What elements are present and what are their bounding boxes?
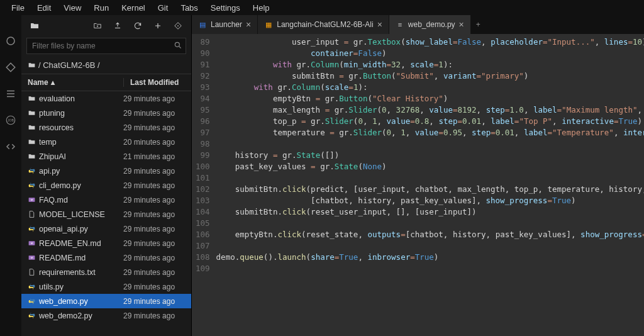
- menu-view[interactable]: View: [57, 2, 87, 14]
- file-name: evaluation: [39, 94, 123, 103]
- tab[interactable]: ▤Launcher×: [192, 15, 258, 34]
- file-name: cli_demo.py: [39, 181, 123, 190]
- new-folder-icon[interactable]: [89, 18, 106, 34]
- file-modified: 29 minutes ago: [123, 239, 185, 248]
- file-row[interactable]: resources29 minutes ago: [21, 120, 191, 135]
- file-row[interactable]: evaluation29 minutes ago: [21, 91, 191, 106]
- file-row[interactable]: ptuning29 minutes ago: [21, 106, 191, 120]
- file-row[interactable]: MFAQ.md29 minutes ago: [21, 193, 191, 207]
- file-row[interactable]: web_demo.py29 minutes ago: [21, 294, 191, 308]
- menu-run[interactable]: Run: [87, 2, 115, 14]
- file-modified: 29 minutes ago: [123, 311, 185, 320]
- search-icon: [174, 41, 182, 52]
- file-modified: 29 minutes ago: [123, 283, 185, 291]
- svg-point-4: [175, 42, 179, 47]
- file-name: web_demo2.py: [39, 311, 123, 320]
- code-content[interactable]: user_input = gr.Textbox(show_label=False…: [216, 34, 644, 336]
- file-icon: [28, 268, 39, 276]
- python-icon: ≡: [396, 20, 404, 29]
- list-icon[interactable]: [4, 87, 18, 101]
- python-icon: [28, 283, 39, 291]
- close-icon[interactable]: ×: [246, 20, 251, 30]
- code-icon[interactable]: [4, 140, 18, 154]
- diamond-icon[interactable]: [4, 60, 18, 74]
- file-row[interactable]: cli_demo.py29 minutes ago: [21, 178, 191, 193]
- file-row[interactable]: utils.py29 minutes ago: [21, 279, 191, 294]
- file-row[interactable]: requirements.txt29 minutes ago: [21, 265, 191, 279]
- file-icon: [28, 210, 39, 218]
- file-modified: 29 minutes ago: [123, 225, 185, 233]
- file-name: ptuning: [39, 109, 123, 118]
- file-modified: 29 minutes ago: [123, 94, 185, 103]
- file-name: MODEL_LICENSE: [39, 210, 123, 219]
- job-icon[interactable]: JOB: [4, 113, 18, 127]
- folder-icon: [28, 61, 36, 69]
- file-name: web_demo.py: [39, 297, 123, 306]
- menubar: FileEditViewRunKernelGitTabsSettingsHelp: [0, 0, 644, 15]
- file-row[interactable]: MODEL_LICENSE29 minutes ago: [21, 207, 191, 221]
- filter-input[interactable]: [26, 38, 186, 54]
- svg-text:M: M: [31, 242, 33, 245]
- python-icon: [28, 225, 39, 233]
- menu-help[interactable]: Help: [247, 2, 276, 14]
- tab-label: web_demo.py: [408, 20, 455, 29]
- menu-edit[interactable]: Edit: [31, 2, 57, 14]
- file-modified: 29 minutes ago: [123, 109, 185, 118]
- svg-point-3: [177, 25, 179, 26]
- menu-git[interactable]: Git: [152, 2, 175, 14]
- file-row[interactable]: openai_api.py29 minutes ago: [21, 221, 191, 236]
- breadcrumb-text: / ChatGLM2-6B /: [38, 60, 100, 70]
- menu-file[interactable]: File: [5, 2, 31, 14]
- folder-icon: [28, 152, 39, 160]
- file-row[interactable]: ZhipuAI21 minutes ago: [21, 149, 191, 164]
- file-modified: 29 minutes ago: [123, 254, 185, 262]
- folder-open-icon[interactable]: [26, 18, 43, 34]
- file-row[interactable]: web_demo2.py29 minutes ago: [21, 308, 191, 323]
- code-editor[interactable]: 8990919293949596979899100101102103104105…: [192, 34, 644, 336]
- sort-asc-icon: ▴: [51, 78, 55, 87]
- file-modified: 29 minutes ago: [123, 167, 185, 176]
- menu-tabs[interactable]: Tabs: [174, 2, 204, 14]
- git-icon[interactable]: [170, 18, 186, 34]
- md-icon: M: [28, 239, 39, 247]
- launcher-icon: ▤: [198, 20, 207, 29]
- upload-icon[interactable]: [109, 18, 126, 34]
- file-modified: 29 minutes ago: [123, 268, 185, 277]
- file-browser: / ChatGLM2-6B / Name▴ Last Modified eval…: [21, 15, 191, 336]
- git-circle-icon[interactable]: [4, 34, 18, 48]
- plus-icon[interactable]: [150, 18, 166, 34]
- file-row[interactable]: api.py29 minutes ago: [21, 164, 191, 178]
- file-row[interactable]: MREADME_EN.md29 minutes ago: [21, 236, 191, 250]
- menu-kernel[interactable]: Kernel: [115, 2, 152, 14]
- file-list: evaluation29 minutes agoptuning29 minute…: [21, 91, 191, 336]
- notebook-icon: ▦: [264, 20, 273, 29]
- svg-text:JOB: JOB: [8, 118, 14, 122]
- file-name: FAQ.md: [39, 196, 123, 204]
- file-modified: 29 minutes ago: [123, 123, 185, 132]
- editor-area: ▤Launcher×▦Langchain-ChatGLM2-6B-Ali×≡we…: [191, 15, 644, 336]
- file-name: api.py: [39, 167, 123, 176]
- breadcrumb[interactable]: / ChatGLM2-6B /: [21, 58, 191, 74]
- line-gutter: 8990919293949596979899100101102103104105…: [192, 34, 216, 336]
- close-icon[interactable]: ×: [459, 20, 464, 30]
- file-name: README_EN.md: [39, 239, 123, 248]
- file-row[interactable]: MREADME.md29 minutes ago: [21, 250, 191, 265]
- refresh-icon[interactable]: [130, 18, 146, 34]
- svg-point-0: [7, 37, 14, 45]
- python-icon: [28, 297, 39, 305]
- column-name[interactable]: Name▴: [28, 78, 123, 87]
- md-icon: M: [28, 196, 39, 204]
- file-modified: 29 minutes ago: [123, 196, 185, 204]
- tab[interactable]: ≡web_demo.py×: [389, 15, 471, 34]
- menu-settings[interactable]: Settings: [204, 2, 247, 14]
- file-name: requirements.txt: [39, 268, 123, 277]
- column-modified[interactable]: Last Modified: [123, 78, 185, 87]
- close-icon[interactable]: ×: [377, 20, 382, 30]
- tab[interactable]: ▦Langchain-ChatGLM2-6B-Ali×: [258, 15, 389, 34]
- file-name: temp: [39, 138, 123, 147]
- new-tab-button[interactable]: +: [471, 15, 486, 34]
- folder-icon: [28, 138, 39, 146]
- file-row[interactable]: temp20 minutes ago: [21, 135, 191, 149]
- file-modified: 29 minutes ago: [123, 181, 185, 190]
- file-name: README.md: [39, 254, 123, 262]
